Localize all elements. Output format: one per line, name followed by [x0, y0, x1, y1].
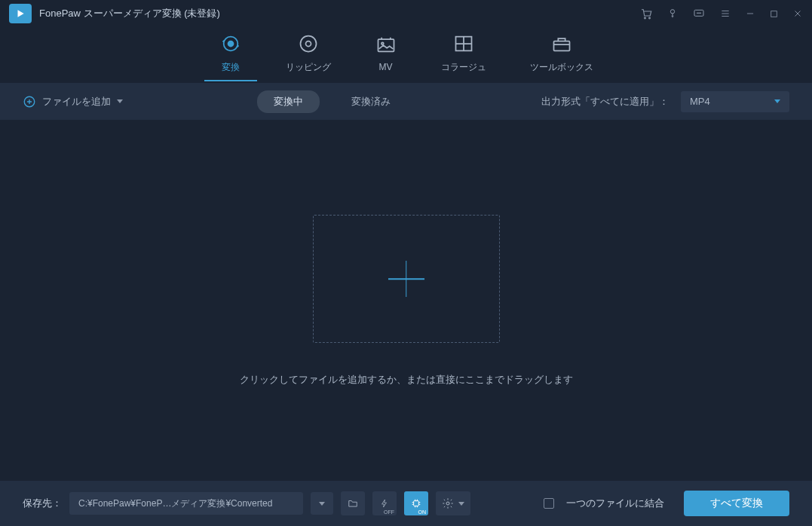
feedback-icon[interactable]: [692, 8, 706, 20]
svg-rect-17: [414, 501, 419, 506]
svg-point-2: [670, 10, 674, 14]
svg-rect-12: [378, 39, 394, 51]
tab-mv[interactable]: MV: [375, 33, 397, 77]
cart-icon[interactable]: [639, 7, 653, 20]
gear-icon: [442, 497, 454, 509]
collage-icon: [452, 32, 475, 55]
svg-point-5: [698, 13, 699, 14]
gpu-toggle[interactable]: ON: [404, 491, 428, 515]
chevron-down-icon: [774, 99, 780, 103]
key-icon[interactable]: [666, 8, 679, 20]
tab-convert[interactable]: 変換: [219, 32, 242, 78]
output-format-value: MP4: [690, 96, 710, 107]
plus-icon: [388, 261, 424, 297]
tab-toolbox[interactable]: ツールボックス: [530, 32, 593, 78]
add-file-button[interactable]: ファイルを追加: [23, 95, 123, 109]
save-path-field[interactable]: C:¥FonePaw¥FoneP…メディア変換¥Converted: [69, 492, 303, 515]
maximize-icon[interactable]: [769, 9, 779, 19]
file-dropzone[interactable]: [313, 215, 500, 343]
chevron-down-icon: [458, 502, 464, 506]
convert-all-button[interactable]: すべて変換: [684, 491, 789, 516]
svg-point-4: [697, 13, 697, 14]
plus-circle-icon: [23, 95, 36, 109]
svg-point-11: [305, 41, 311, 46]
svg-point-0: [645, 17, 646, 19]
app-title: FonePaw スーパーメディア変換 (未登録): [39, 7, 220, 20]
chevron-down-icon: [117, 99, 123, 103]
tab-collage[interactable]: コラージュ: [441, 32, 486, 78]
converted-tab[interactable]: 変換済み: [335, 90, 407, 113]
svg-point-10: [300, 35, 316, 51]
add-file-label: ファイルを追加: [42, 95, 111, 109]
output-format-label: 出力形式「すべてに適用」：: [541, 95, 669, 109]
dropzone-hint: クリックしてファイルを追加するか、または直接にここまでドラッグします: [240, 373, 573, 387]
close-icon[interactable]: [792, 8, 803, 19]
svg-point-6: [700, 13, 700, 14]
gpu-status: ON: [418, 509, 427, 515]
chevron-down-icon: [319, 502, 325, 506]
svg-rect-15: [553, 41, 569, 50]
output-format-select[interactable]: MP4: [681, 91, 789, 112]
ripping-icon: [297, 32, 320, 55]
cpu-icon: [410, 497, 422, 509]
settings-button[interactable]: [436, 491, 470, 515]
tab-label: 変換: [222, 61, 240, 74]
save-path-dropdown[interactable]: [311, 492, 333, 515]
folder-icon: [347, 498, 359, 509]
mv-icon: [375, 33, 397, 56]
svg-point-18: [446, 502, 449, 505]
lightning-status: OFF: [384, 509, 394, 515]
tab-label: リッピング: [286, 61, 331, 74]
menu-icon[interactable]: [719, 8, 731, 19]
svg-point-1: [649, 17, 651, 19]
convert-icon: [219, 32, 242, 55]
merge-checkbox[interactable]: [544, 498, 554, 509]
toolbox-icon: [550, 32, 573, 55]
svg-rect-7: [771, 11, 777, 17]
merge-label: 一つのファイルに結合: [566, 497, 664, 510]
tab-label: コラージュ: [441, 61, 486, 74]
save-to-label: 保存先：: [23, 497, 62, 510]
lightning-icon: [380, 497, 389, 509]
svg-point-13: [381, 42, 383, 44]
minimize-icon[interactable]: [745, 8, 755, 19]
converting-tab[interactable]: 変換中: [257, 90, 320, 113]
tab-label: MV: [379, 62, 393, 72]
app-logo: [9, 4, 32, 23]
open-folder-button[interactable]: [341, 491, 365, 515]
tab-label: ツールボックス: [530, 61, 593, 74]
main-nav: 変換 リッピング MV コラージュ ツールボックス: [0, 27, 812, 83]
lightning-toggle[interactable]: OFF: [372, 491, 397, 515]
svg-point-9: [228, 41, 233, 46]
tab-ripping[interactable]: リッピング: [286, 32, 331, 78]
